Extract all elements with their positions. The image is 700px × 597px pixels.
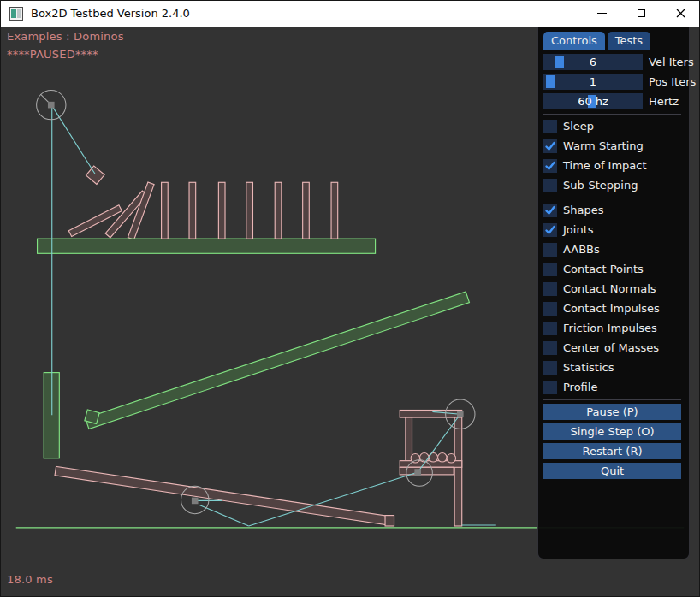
checkbox-label: Contact Points: [563, 263, 644, 275]
slider-value: 1: [543, 74, 643, 90]
scene-bodies: [38, 166, 470, 526]
checkbox-box[interactable]: [543, 381, 557, 394]
close-button[interactable]: [661, 0, 700, 27]
checkbox-sub-stepping[interactable]: Sub-Stepping: [543, 177, 681, 193]
checkbox-label: AABBs: [563, 243, 600, 256]
checkbox-contact-points[interactable]: Contact Points: [543, 261, 681, 277]
minimize-button[interactable]: [582, 0, 621, 27]
window-title: Box2D Testbed Version 2.4.0: [31, 7, 190, 20]
checkbox-label: Friction Impulses: [563, 322, 657, 334]
checkbox-label: Profile: [563, 381, 597, 393]
slider-value: 6: [543, 54, 643, 70]
checkbox-box[interactable]: [543, 139, 557, 153]
separator: [543, 399, 681, 400]
slider-hertz[interactable]: 60 hz: [543, 93, 643, 109]
button-pause-p[interactable]: Pause (P): [543, 404, 681, 420]
maximize-icon: [638, 9, 645, 17]
checkbox-profile[interactable]: Profile: [543, 379, 681, 395]
separator: [543, 114, 681, 115]
checkbox-center-of-masses[interactable]: Center of Masses: [543, 340, 681, 356]
checkbox-joints[interactable]: Joints: [543, 222, 681, 238]
checkbox-label: Center of Masses: [563, 341, 659, 354]
paused-status: ****PAUSED****: [7, 48, 98, 61]
check-icon: [544, 224, 556, 236]
slider-row-vel-iters: 6Vel Iters: [543, 54, 681, 70]
window-controls: [582, 0, 700, 27]
tab-controls[interactable]: Controls: [543, 32, 605, 50]
check-icon: [544, 204, 556, 216]
checkbox-box[interactable]: [543, 361, 557, 375]
checkbox-label: Time of Impact: [563, 159, 647, 172]
checkbox-contact-impulses[interactable]: Contact Impulses: [543, 300, 681, 316]
checkbox-sleep[interactable]: Sleep: [543, 118, 681, 134]
tab-tests[interactable]: Tests: [608, 32, 650, 50]
slider-row-hertz: 60 hzHertz: [543, 93, 681, 109]
checkbox-label: Shapes: [563, 204, 603, 216]
checkbox-friction-impulses[interactable]: Friction Impulses: [543, 320, 681, 336]
slider-pos-iters[interactable]: 1: [543, 74, 643, 90]
checkbox-warm-starting[interactable]: Warm Starting: [543, 138, 681, 154]
slider-value: 60 hz: [543, 93, 643, 109]
checkbox-aabbs[interactable]: AABBs: [543, 241, 681, 257]
button-quit[interactable]: Quit: [543, 463, 681, 479]
checkbox-box[interactable]: [543, 159, 557, 173]
joint-anchors: [48, 102, 464, 504]
check-icon: [544, 160, 556, 172]
app-icon: [9, 7, 23, 21]
example-title: Examples : Dominos: [7, 30, 124, 43]
minimize-icon: [597, 13, 607, 14]
maximize-button[interactable]: [621, 0, 661, 27]
checkbox-shapes[interactable]: Shapes: [543, 202, 681, 218]
checkbox-box[interactable]: [543, 282, 557, 296]
window-titlebar: Box2D Testbed Version 2.4.0: [0, 0, 700, 27]
checkbox-box[interactable]: [543, 302, 557, 316]
tools-panel-body: ControlsTests 6Vel Iters1Pos Iters60 hzH…: [538, 27, 689, 559]
checkbox-box[interactable]: [543, 263, 557, 276]
checkbox-box[interactable]: [543, 341, 557, 355]
checkbox-box[interactable]: [543, 179, 557, 192]
checkbox-statistics[interactable]: Statistics: [543, 359, 681, 375]
tab-bar: ControlsTests: [543, 32, 681, 50]
checkbox-label: Statistics: [563, 361, 614, 374]
checkbox-box[interactable]: [543, 322, 557, 335]
frame-time: 18.0 ms: [7, 573, 53, 586]
checkbox-label: Contact Normals: [563, 282, 656, 295]
controls-list: SleepWarm StartingTime of ImpactSub-Step…: [543, 109, 681, 479]
checkbox-box[interactable]: [543, 204, 557, 217]
slider-label: Pos Iters: [649, 75, 696, 88]
close-icon: [676, 9, 685, 18]
slider-row-pos-iters: 1Pos Iters: [543, 74, 681, 90]
checkbox-box[interactable]: [543, 223, 557, 237]
checkbox-time-of-impact[interactable]: Time of Impact: [543, 157, 681, 174]
slider-group: 6Vel Iters1Pos Iters60 hzHertz: [543, 50, 681, 109]
checkbox-box[interactable]: [543, 120, 557, 133]
check-icon: [544, 140, 556, 152]
checkbox-label: Joints: [563, 223, 594, 236]
slider-vel-iters[interactable]: 6: [543, 54, 643, 70]
slider-label: Hertz: [649, 95, 679, 108]
checkbox-label: Warm Starting: [563, 139, 644, 152]
tools-panel: Tools ControlsTests 6Vel Iters1Pos Iters…: [537, 7, 690, 559]
checkbox-label: Sub-Stepping: [563, 179, 638, 192]
separator: [543, 198, 681, 198]
checkbox-box[interactable]: [543, 243, 557, 257]
checkbox-label: Contact Impulses: [563, 302, 660, 315]
checkbox-contact-normals[interactable]: Contact Normals: [543, 281, 681, 297]
checkbox-label: Sleep: [563, 120, 594, 133]
slider-label: Vel Iters: [649, 56, 694, 68]
button-restart-r[interactable]: Restart (R): [543, 443, 681, 459]
button-single-step-o[interactable]: Single Step (O): [543, 423, 681, 440]
